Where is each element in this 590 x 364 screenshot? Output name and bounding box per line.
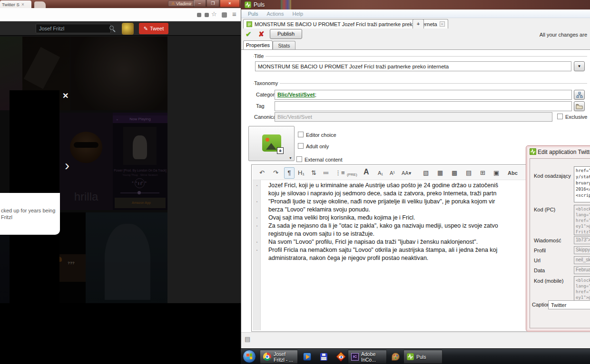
avatar[interactable] bbox=[122, 23, 134, 35]
dialog-title: Edit application Twitter bbox=[538, 149, 590, 155]
insert-camera-icon[interactable]: ▩ bbox=[452, 169, 457, 177]
taskbar-floppy-icon[interactable] bbox=[318, 350, 329, 364]
insert-embed-icon[interactable]: ▣ bbox=[493, 169, 499, 177]
browser-titlebar: Twitter S × ⚠ Vladimir – ❐ × bbox=[0, 0, 241, 8]
pen-icon: ✎ bbox=[144, 26, 148, 32]
heading-button[interactable]: H₁ bbox=[298, 169, 305, 177]
menu-puls[interactable]: Puls bbox=[244, 10, 262, 17]
category-picker-button[interactable] bbox=[574, 90, 585, 100]
tab-close-icon[interactable]: × bbox=[21, 2, 24, 7]
search-input[interactable] bbox=[36, 24, 111, 33]
taskbar: Josef Fritzl - ... IC Adobe InCo... Puls bbox=[241, 348, 590, 364]
date-label: Data bbox=[534, 268, 545, 273]
tweet-button[interactable]: ✎ Tweet bbox=[139, 23, 168, 34]
subscript-button[interactable]: A₁ bbox=[378, 169, 383, 177]
redo-icon[interactable]: ↷ bbox=[273, 169, 278, 177]
category-field[interactable]: Blic/Vesti/Svet; bbox=[275, 90, 572, 100]
pin-icon[interactable] bbox=[197, 13, 201, 17]
new-tab-button[interactable] bbox=[34, 1, 46, 8]
title-input[interactable] bbox=[255, 61, 571, 71]
tag-picker-button[interactable] bbox=[574, 101, 585, 111]
insert-gallery-icon[interactable]: ▤ bbox=[466, 169, 472, 177]
document-tab-close-icon[interactable]: × bbox=[440, 21, 445, 27]
external-content-label: External content bbox=[305, 157, 343, 163]
minimize-button[interactable]: – bbox=[193, 0, 206, 7]
restore-button[interactable]: ❐ bbox=[206, 0, 219, 7]
bold-button[interactable]: A bbox=[364, 168, 369, 176]
external-content-checkbox[interactable] bbox=[296, 156, 302, 162]
layers-icon[interactable] bbox=[205, 13, 209, 17]
profile-name: Vladimir bbox=[176, 1, 192, 6]
start-button[interactable] bbox=[243, 350, 256, 363]
category-link[interactable]: Blic/Vesti/Svet bbox=[277, 92, 315, 97]
adult-only-checkbox[interactable] bbox=[298, 143, 304, 149]
code-mobile-label: Kod (mobile) bbox=[534, 278, 563, 284]
bullet-mark: · bbox=[256, 222, 258, 229]
close-button[interactable]: × bbox=[220, 0, 240, 7]
canonical-input bbox=[275, 112, 552, 122]
lightbox-next-arrow[interactable]: › bbox=[65, 158, 69, 172]
editor-choice-label: Editor choice bbox=[306, 132, 336, 138]
menu-help[interactable]: Help bbox=[288, 10, 307, 17]
image-caret-icon[interactable]: ▼ bbox=[289, 156, 292, 160]
taskbar-paint-palette-icon[interactable] bbox=[390, 350, 401, 364]
search-icon[interactable] bbox=[109, 26, 114, 30]
tab-stats[interactable]: Stats bbox=[273, 41, 295, 49]
url-input: neil_skippy bbox=[574, 256, 590, 264]
insert-table-icon[interactable]: ⊞ bbox=[480, 169, 485, 177]
adult-only-label: Adult only bbox=[306, 144, 329, 149]
browser-tab[interactable]: Twitter S × bbox=[0, 0, 31, 8]
code-mobile-textarea: <blockquo lang="en" href="http ey1">@M bbox=[574, 276, 590, 301]
preformatted-button[interactable]: (PRE) bbox=[347, 171, 357, 179]
profile-badge[interactable]: ⚠ Vladimir bbox=[168, 0, 195, 7]
pages-icon[interactable] bbox=[222, 12, 227, 18]
undo-icon[interactable]: ↶ bbox=[259, 169, 265, 177]
twitter-page: ✎ Tweet hrilla ⌄ Now Playing bbox=[0, 21, 241, 364]
publish-button[interactable]: Publish bbox=[270, 29, 302, 39]
line-spacing-button[interactable]: ⇅ bbox=[311, 169, 316, 177]
tag-input[interactable] bbox=[275, 101, 572, 111]
font-color-button[interactable]: AA▾ bbox=[402, 169, 411, 177]
superscript-button[interactable]: A¹ bbox=[390, 169, 395, 177]
browser-tab-title: Twitter S bbox=[2, 2, 20, 7]
taskbar-media-player-icon[interactable] bbox=[301, 350, 313, 364]
puls-window-title: Puls bbox=[254, 1, 265, 8]
profile-label: Profil bbox=[534, 248, 546, 253]
new-document-tab-button[interactable]: + bbox=[413, 19, 424, 29]
cancel-icon[interactable]: ✘ bbox=[258, 30, 265, 38]
lightbox-close-icon[interactable]: ✕ bbox=[62, 91, 69, 100]
taskbar-chrome-task[interactable]: Josef Fritzl - ... bbox=[260, 350, 298, 364]
bullet-list-button[interactable]: ≔ bbox=[323, 169, 329, 177]
insert-video-icon[interactable]: ▦ bbox=[437, 169, 443, 177]
menu-actions[interactable]: Actions bbox=[263, 10, 287, 17]
confirm-icon[interactable]: ✔ bbox=[246, 30, 252, 38]
add-image-button[interactable]: + ▼ bbox=[248, 126, 295, 161]
folder-icon bbox=[576, 104, 583, 109]
taskbar-irfanview-icon[interactable] bbox=[335, 350, 346, 364]
bullet-mark: · bbox=[256, 247, 258, 253]
title-group-line bbox=[253, 56, 587, 57]
menu-icon[interactable]: ≡ bbox=[232, 11, 236, 18]
paragraph-mark-button[interactable]: ¶ bbox=[284, 167, 295, 179]
bookmark-star-icon[interactable]: ☆ bbox=[211, 11, 217, 18]
caption-input[interactable] bbox=[548, 300, 590, 309]
embed-code-textarea[interactable]: href="http y/status/7 bruary 25 2016</a>… bbox=[574, 166, 590, 202]
twitter-navbar: ✎ Tweet bbox=[0, 21, 241, 36]
numbered-list-button[interactable]: ⋮≡ bbox=[335, 169, 345, 177]
caption-label: Caption bbox=[532, 302, 550, 307]
sitemap-icon bbox=[576, 92, 583, 98]
taskbar-puls-task[interactable]: Puls bbox=[403, 350, 442, 364]
incopy-icon: IC bbox=[351, 353, 359, 361]
taskbar-incopy-task[interactable]: IC Adobe InCo... bbox=[348, 350, 387, 364]
exclusive-checkbox[interactable] bbox=[557, 114, 563, 119]
message-input: 1b73">pic.t bbox=[574, 236, 590, 244]
message-label: Wiadomość bbox=[534, 238, 561, 243]
tab-properties[interactable]: Properties bbox=[243, 40, 273, 49]
title-dropdown-button[interactable]: ▼ bbox=[574, 61, 585, 71]
insert-image-icon[interactable]: ▧ bbox=[423, 169, 429, 177]
spellcheck-button[interactable]: Abc bbox=[508, 169, 518, 177]
taxonomy-legend: Taxonomy bbox=[254, 80, 280, 86]
bullet-mark: · bbox=[256, 182, 258, 189]
editor-choice-checkbox[interactable] bbox=[298, 132, 304, 137]
puls-task-icon bbox=[407, 353, 414, 360]
